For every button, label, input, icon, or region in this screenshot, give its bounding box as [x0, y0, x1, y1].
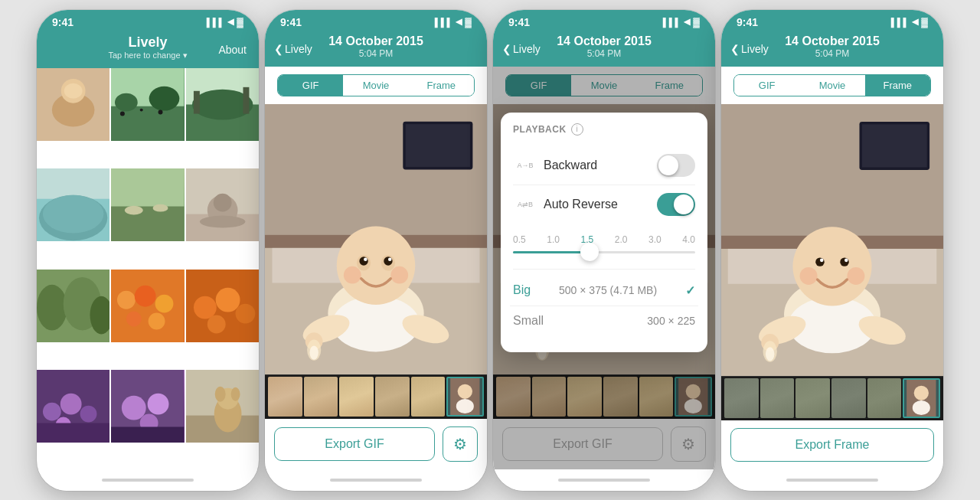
svg-rect-5 — [111, 106, 184, 141]
photo-baby-crawl[interactable] — [37, 68, 109, 141]
film-strip-2[interactable] — [265, 374, 487, 419]
back-button-2[interactable]: ❮ Lively — [274, 43, 312, 55]
screen3-navbar: ❮ Lively 14 October 2015 5:04 PM — [493, 31, 715, 67]
status-bar-1: 9:41 ▌▌▌ ◀ ▓ — [37, 10, 259, 31]
svg-point-73 — [337, 226, 415, 304]
export-frame-button[interactable]: Export Frame — [730, 428, 934, 462]
svg-point-129 — [847, 267, 864, 285]
svg-point-21 — [43, 195, 103, 234]
about-button[interactable]: About — [218, 44, 247, 56]
home-indicator-1 — [37, 469, 259, 491]
svg-point-76 — [359, 257, 368, 265]
svg-point-45 — [235, 303, 255, 323]
svg-point-9 — [120, 111, 125, 116]
svg-point-44 — [215, 287, 240, 312]
svg-point-63 — [230, 387, 240, 401]
home-indicator-4 — [721, 469, 943, 491]
photo-pond[interactable] — [37, 168, 109, 241]
big-size-row[interactable]: Big 500 × 375 (4.71 MB) ✓ — [513, 276, 695, 306]
svg-rect-67 — [406, 124, 470, 167]
svg-point-30 — [213, 194, 231, 212]
svg-point-124 — [815, 257, 824, 266]
tap-hint[interactable]: Tap here to change ▾ — [49, 51, 247, 60]
tab-movie-2[interactable]: Movie — [343, 75, 408, 96]
photo-purple-flowers2[interactable] — [111, 370, 184, 443]
svg-rect-23 — [111, 168, 184, 207]
auto-reverse-toggle[interactable] — [657, 193, 695, 216]
film-frame-4-3[interactable] — [795, 378, 830, 418]
photo-fountain[interactable] — [186, 168, 259, 241]
film-frame-1[interactable] — [268, 377, 302, 417]
svg-point-37 — [117, 290, 136, 309]
svg-point-78 — [364, 257, 368, 261]
signal-icon-2: ▌▌▌ — [435, 18, 452, 27]
film-frame-4-4[interactable] — [831, 378, 866, 418]
tab-movie-4[interactable]: Movie — [799, 75, 864, 96]
svg-point-134 — [766, 347, 774, 361]
svg-rect-52 — [37, 423, 109, 443]
photo-plants[interactable] — [37, 270, 109, 342]
segment-control-2: GIF Movie Frame — [277, 74, 475, 96]
export-gif-button[interactable]: Export GIF — [274, 427, 435, 461]
segment-control-4: GIF Movie Frame — [733, 74, 931, 96]
auto-reverse-row: A⇌B Auto Reverse — [513, 185, 695, 224]
svg-point-49 — [60, 394, 82, 415]
status-icons-4: ▌▌▌ ◀ ▓ — [891, 17, 928, 28]
svg-point-7 — [115, 93, 138, 111]
playback-modal: PLAYBACK i A→B Backward A⇌ — [501, 113, 707, 352]
screen4-navbar: ❮ Lively 14 October 2015 5:04 PM — [721, 31, 943, 67]
auto-reverse-label-group: A⇌B Auto Reverse — [513, 198, 618, 211]
status-time-2: 9:41 — [280, 16, 302, 28]
wifi-icon: ◀ — [227, 17, 234, 27]
svg-point-50 — [80, 406, 97, 423]
tab-frame-4[interactable]: Frame — [865, 75, 930, 96]
modal-overlay: PLAYBACK i A→B Backward A⇌ — [493, 67, 715, 469]
photo-orange-flowers1[interactable] — [111, 270, 184, 342]
film-frame-4[interactable] — [375, 377, 410, 417]
svg-point-88 — [458, 384, 472, 399]
photo-purple-flowers1[interactable] — [37, 370, 109, 443]
svg-rect-117 — [862, 124, 927, 167]
settings-button-2[interactable]: ⚙ — [443, 426, 478, 462]
photo-park-wide[interactable] — [186, 68, 259, 141]
film-frame-active[interactable] — [446, 377, 484, 417]
status-icons-3: ▌▌▌ ◀ ▓ — [663, 17, 700, 28]
battery-icon-3: ▓ — [693, 17, 700, 28]
film-frame-4-2[interactable] — [760, 378, 795, 418]
backward-label: Backward — [544, 158, 597, 172]
film-frame-4-active[interactable] — [903, 378, 940, 418]
svg-point-136 — [914, 386, 929, 400]
tab-gif-4[interactable]: GIF — [734, 75, 799, 96]
tab-frame-2[interactable]: Frame — [409, 75, 474, 96]
small-size-row[interactable]: Small 300 × 225 — [513, 306, 695, 335]
svg-point-128 — [800, 267, 818, 285]
film-strip-4[interactable] — [721, 376, 943, 420]
svg-point-11 — [158, 109, 163, 114]
speed-0.5: 0.5 — [513, 234, 526, 245]
photo-park-birds[interactable] — [111, 68, 184, 141]
photo-dog[interactable] — [186, 370, 259, 443]
svg-point-81 — [390, 266, 408, 283]
backward-toggle[interactable] — [657, 154, 695, 177]
film-frame-3[interactable] — [339, 377, 374, 417]
auto-reverse-label: Auto Reverse — [544, 198, 618, 211]
svg-point-77 — [384, 257, 392, 265]
film-frame-2[interactable] — [304, 377, 338, 417]
film-frame-4-1[interactable] — [724, 378, 759, 418]
photo-orange-flowers2[interactable] — [186, 270, 259, 342]
photo-ducks[interactable] — [111, 168, 184, 241]
svg-point-79 — [388, 257, 392, 261]
screen3-content: GIF Movie Frame — [493, 67, 715, 469]
screen1-phone: 9:41 ▌▌▌ ◀ ▓ Lively Tap here to change ▾… — [37, 10, 259, 491]
back-button-4[interactable]: ❮ Lively — [730, 43, 769, 55]
speed-slider-track[interactable] — [513, 251, 695, 253]
tab-gif-2[interactable]: GIF — [278, 75, 343, 96]
speed-2.0: 2.0 — [615, 234, 628, 245]
info-icon[interactable]: i — [571, 123, 583, 136]
svg-point-40 — [126, 311, 142, 326]
film-frame-4-5[interactable] — [867, 378, 902, 418]
svg-rect-19 — [37, 168, 109, 199]
film-frame-5[interactable] — [411, 377, 446, 417]
home-indicator-3 — [493, 469, 715, 491]
back-button-3[interactable]: ❮ Lively — [502, 43, 541, 55]
